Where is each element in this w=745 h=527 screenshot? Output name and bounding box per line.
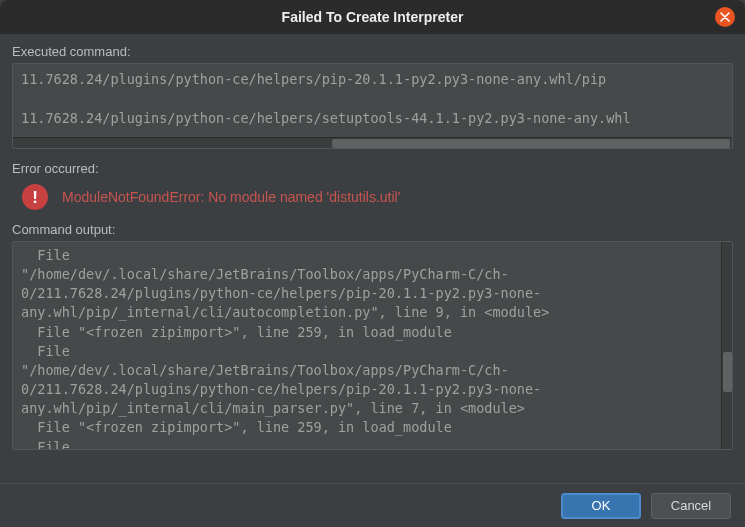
titlebar: Failed To Create Interpreter [0,0,745,34]
ok-button[interactable]: OK [561,493,641,519]
output-section: Command output: File "/home/dev/.local/s… [12,222,733,450]
horizontal-scrollbar[interactable] [13,137,732,148]
dialog-content: Executed command: 11.7628.24/plugins/pyt… [0,34,745,450]
executed-command-text[interactable]: 11.7628.24/plugins/python-ce/helpers/pip… [13,64,732,135]
vertical-scrollbar-thumb[interactable] [723,352,732,392]
close-icon [720,12,730,22]
window-title: Failed To Create Interpreter [282,9,464,25]
cancel-button[interactable]: Cancel [651,493,731,519]
command-output-label: Command output: [12,222,733,237]
close-button[interactable] [715,7,735,27]
error-occurred-label: Error occurred: [12,161,733,176]
command-output-text[interactable]: File "/home/dev/.local/share/JetBrains/T… [13,242,732,450]
vertical-scrollbar[interactable] [721,242,732,449]
command-output-box: File "/home/dev/.local/share/JetBrains/T… [12,241,733,450]
button-bar: OK Cancel [0,483,745,527]
error-row: ! ModuleNotFoundError: No module named '… [12,180,733,214]
executed-command-box: 11.7628.24/plugins/python-ce/helpers/pip… [12,63,733,149]
error-section: Error occurred: ! ModuleNotFoundError: N… [12,161,733,214]
error-message: ModuleNotFoundError: No module named 'di… [62,189,400,205]
horizontal-scrollbar-thumb[interactable] [332,139,730,148]
error-icon: ! [22,184,48,210]
executed-command-label: Executed command: [12,44,733,59]
